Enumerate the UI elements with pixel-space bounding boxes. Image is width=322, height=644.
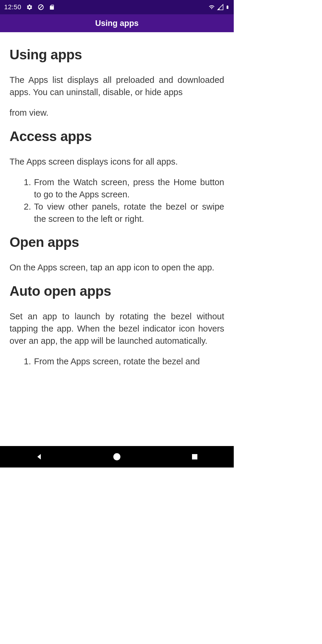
svg-line-1 (39, 6, 42, 9)
navigation-bar (0, 446, 234, 467)
heading-open-apps: Open apps (10, 234, 224, 250)
heading-access-apps: Access apps (10, 128, 224, 144)
home-button[interactable] (90, 446, 144, 467)
recent-button[interactable] (168, 446, 222, 467)
signal-icon (217, 4, 224, 10)
status-left: 12:50 (4, 3, 55, 11)
back-button[interactable] (12, 446, 66, 467)
app-bar: Using apps (0, 14, 234, 32)
list-item: From the Apps screen, rotate the bezel a… (33, 355, 224, 368)
heading-auto-open-apps: Auto open apps (10, 283, 224, 299)
svg-rect-3 (192, 454, 197, 459)
content-area[interactable]: Using apps The Apps list displays all pr… (0, 32, 234, 446)
sd-card-icon (49, 4, 55, 10)
ordered-list: From the Watch screen, press the Home bu… (10, 176, 224, 225)
list-item: To view other panels, rotate the bezel o… (33, 201, 224, 225)
paragraph-text: Set an app to launch by rotating the bez… (10, 310, 224, 347)
heading-using-apps: Using apps (10, 47, 224, 63)
ordered-list: From the Apps screen, rotate the bezel a… (10, 355, 224, 368)
wifi-icon (208, 4, 215, 10)
paragraph-text: from view. (10, 107, 224, 119)
status-time: 12:50 (4, 3, 21, 11)
battery-icon (225, 4, 230, 11)
gear-icon (26, 4, 33, 10)
paragraph-text: The Apps list displays all preloaded and… (10, 74, 224, 98)
status-bar: 12:50 (0, 0, 234, 14)
svg-point-2 (113, 453, 120, 460)
circle-slash-icon (38, 4, 44, 10)
paragraph-text: The Apps screen displays icons for all a… (10, 156, 224, 168)
paragraph-text: On the Apps screen, tap an app icon to o… (10, 261, 224, 274)
app-bar-title: Using apps (95, 19, 139, 28)
status-right (208, 4, 230, 11)
list-item: From the Watch screen, press the Home bu… (33, 176, 224, 201)
